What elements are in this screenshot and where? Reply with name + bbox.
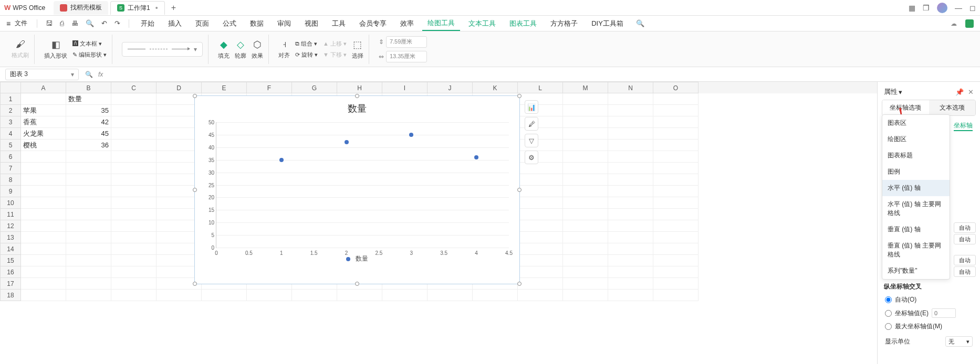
cell[interactable] — [111, 232, 157, 243]
menu-drawtools[interactable]: 绘图工具 — [422, 16, 460, 31]
cell[interactable] — [473, 290, 518, 301]
cell[interactable] — [563, 105, 608, 116]
textbox-button[interactable]: 🅰 文本框▾ — [72, 40, 107, 48]
cell[interactable] — [247, 290, 292, 301]
cell[interactable] — [111, 220, 157, 232]
cell[interactable] — [111, 128, 157, 140]
dd-item-series[interactable]: 系列"数量" — [882, 263, 950, 279]
cell[interactable] — [608, 220, 653, 232]
cell[interactable] — [653, 116, 698, 128]
close-icon[interactable]: ✕ — [968, 88, 974, 96]
col-header[interactable]: B — [66, 82, 111, 93]
cell[interactable] — [21, 151, 66, 163]
chart-object[interactable]: 数量 0510152025303540455000.511.522.533.54… — [194, 95, 520, 284]
cell[interactable] — [66, 290, 111, 301]
corner-icon[interactable] — [965, 19, 974, 28]
cell[interactable] — [608, 278, 653, 290]
cell[interactable] — [608, 232, 653, 243]
cell[interactable] — [21, 197, 66, 209]
col-header[interactable]: N — [608, 82, 653, 93]
cell[interactable] — [111, 266, 157, 278]
cloud-icon[interactable]: ☁ — [951, 20, 957, 27]
print-icon[interactable]: 🖶 — [69, 19, 80, 27]
menu-view[interactable]: 视图 — [299, 17, 324, 30]
dd-item-plotarea[interactable]: 绘图区 — [882, 131, 950, 147]
chart-elements-button[interactable]: 📊 — [525, 100, 538, 114]
tab-template[interactable]: 找稻壳模板 — [54, 1, 108, 15]
align-button[interactable]: ⫞ 对齐 — [278, 39, 290, 59]
cell[interactable] — [21, 243, 66, 255]
sheet-area[interactable]: A B C D E F G H I J K L M N O 1数量2苹果353香… — [0, 82, 877, 364]
row-header[interactable]: 11 — [0, 209, 21, 220]
cell[interactable] — [563, 163, 608, 174]
cell[interactable] — [653, 255, 698, 266]
export-icon[interactable]: ⎙ — [58, 19, 66, 27]
row-header[interactable]: 2 — [0, 105, 21, 116]
cell[interactable] — [653, 232, 698, 243]
cell[interactable] — [21, 186, 66, 197]
row-header[interactable]: 7 — [0, 163, 21, 174]
cell[interactable] — [518, 209, 563, 220]
chart-settings-button[interactable]: ⚙ — [525, 151, 538, 164]
cell[interactable] — [111, 209, 157, 220]
cell[interactable] — [608, 255, 653, 266]
dd-item-charttitle[interactable]: 图表标题 — [882, 147, 950, 164]
tab-close-icon[interactable]: • — [155, 4, 158, 12]
cell[interactable] — [111, 278, 157, 290]
cell[interactable] — [111, 151, 157, 163]
cell[interactable] — [608, 290, 653, 301]
row-header[interactable]: 14 — [0, 243, 21, 255]
hamburger-icon[interactable]: ≡ — [6, 19, 11, 28]
col-header[interactable]: H — [337, 82, 382, 93]
row-header[interactable]: 8 — [0, 174, 21, 186]
cell[interactable] — [518, 255, 563, 266]
col-header[interactable]: L — [518, 82, 563, 93]
cell[interactable] — [653, 186, 698, 197]
name-box[interactable]: 图表 3 ▾ — [5, 69, 79, 80]
resize-handle[interactable] — [193, 188, 197, 192]
cell[interactable] — [21, 93, 66, 105]
dd-item-vaxis-grid[interactable]: 垂直 (值) 轴 主要网格线 — [882, 238, 950, 263]
cell[interactable] — [608, 128, 653, 140]
cell[interactable] — [518, 163, 563, 174]
cross-value-input[interactable] — [932, 308, 956, 318]
cell[interactable] — [563, 186, 608, 197]
cell[interactable] — [653, 220, 698, 232]
col-header[interactable]: G — [292, 82, 337, 93]
cell[interactable] — [111, 140, 157, 151]
resize-handle[interactable] — [193, 94, 197, 98]
search-icon[interactable]: 🔍 — [636, 19, 644, 27]
cell[interactable] — [563, 197, 608, 209]
row-header[interactable]: 13 — [0, 232, 21, 243]
tab-axis-options[interactable]: 坐标轴选项 — [882, 100, 929, 115]
resize-handle[interactable] — [355, 282, 359, 286]
col-header[interactable]: M — [563, 82, 608, 93]
cell[interactable] — [111, 93, 157, 105]
cell[interactable] — [111, 116, 157, 128]
cell[interactable] — [518, 232, 563, 243]
row-header[interactable]: 9 — [0, 186, 21, 197]
cell[interactable] — [21, 255, 66, 266]
tab-add-button[interactable]: + — [171, 3, 176, 13]
cell[interactable] — [563, 116, 608, 128]
cell[interactable] — [111, 174, 157, 186]
cell[interactable] — [563, 232, 608, 243]
col-header[interactable]: C — [111, 82, 157, 93]
data-point[interactable] — [474, 155, 478, 159]
dd-item-haxis[interactable]: 水平 (值) 轴 — [882, 180, 950, 196]
col-header[interactable]: A — [21, 82, 66, 93]
row-header[interactable]: 15 — [0, 255, 21, 266]
plot-area[interactable]: 0510152025303540455000.511.522.533.544.5 — [216, 122, 509, 248]
cell[interactable] — [66, 220, 111, 232]
chart-style-button[interactable]: 🖉 — [525, 117, 538, 131]
menu-review[interactable]: 审阅 — [272, 17, 296, 30]
outline-button[interactable]: ◇ 轮廓 — [235, 39, 246, 60]
cell[interactable] — [518, 243, 563, 255]
cell[interactable] — [563, 255, 608, 266]
effect-button[interactable]: ⬡ 效果 — [252, 39, 263, 60]
menu-file[interactable]: 文件 — [15, 19, 27, 28]
cell[interactable] — [428, 290, 473, 301]
cell[interactable] — [608, 93, 653, 105]
row-header[interactable]: 16 — [0, 266, 21, 278]
cell[interactable] — [21, 163, 66, 174]
